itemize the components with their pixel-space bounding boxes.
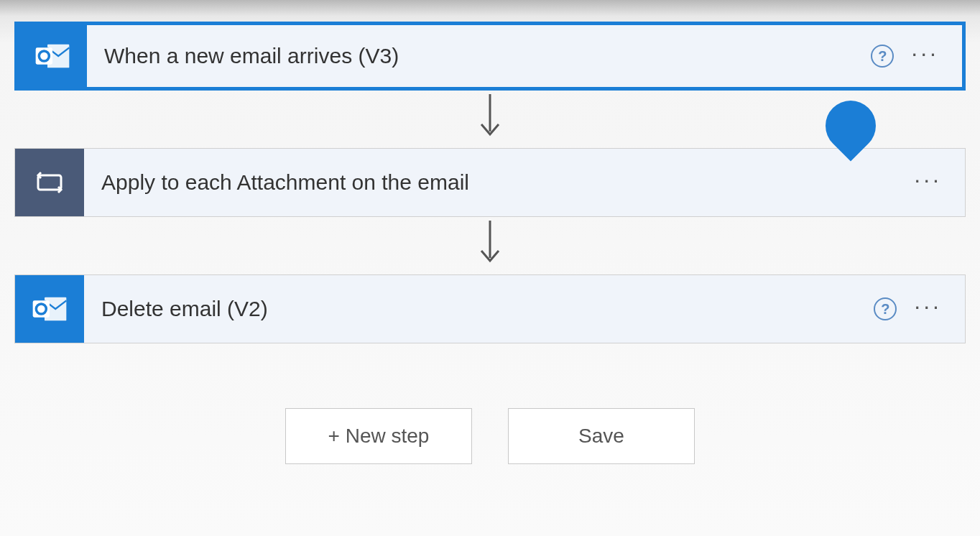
flow-buttons: + New step Save bbox=[285, 408, 695, 464]
loop-icon bbox=[15, 149, 84, 216]
help-icon[interactable]: ? bbox=[871, 45, 894, 68]
step-actions: ··· bbox=[914, 168, 965, 197]
flow-step-trigger[interactable]: When a new email arrives (V3) ? ··· bbox=[14, 22, 966, 91]
step-title: Apply to each Attachment on the email bbox=[84, 170, 914, 195]
more-icon[interactable]: ··· bbox=[914, 168, 942, 197]
step-title: When a new email arrives (V3) bbox=[87, 44, 871, 68]
save-button[interactable]: Save bbox=[508, 408, 695, 464]
flow-step-delete-email[interactable]: Delete email (V2) ? ··· bbox=[14, 274, 966, 343]
help-icon[interactable]: ? bbox=[874, 297, 897, 320]
outlook-icon bbox=[15, 275, 84, 343]
more-icon[interactable]: ··· bbox=[914, 295, 942, 323]
flow-connector bbox=[14, 91, 966, 148]
step-actions: ? ··· bbox=[871, 42, 962, 70]
flow-step-apply-to-each[interactable]: Apply to each Attachment on the email ··… bbox=[14, 148, 966, 217]
more-icon[interactable]: ··· bbox=[911, 42, 939, 70]
new-step-button[interactable]: + New step bbox=[285, 408, 472, 464]
flow-connector bbox=[14, 217, 966, 274]
flow-designer: When a new email arrives (V3) ? ··· Appl… bbox=[14, 22, 966, 464]
outlook-icon bbox=[18, 25, 87, 87]
step-title: Delete email (V2) bbox=[84, 297, 874, 321]
step-actions: ? ··· bbox=[874, 295, 965, 323]
